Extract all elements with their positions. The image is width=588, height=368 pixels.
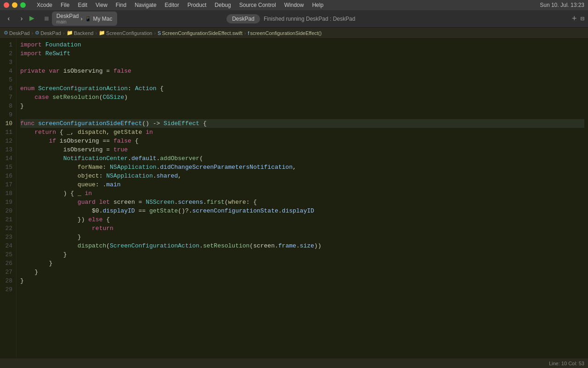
breadcrumb-file[interactable]: ScreenConfigurationSideEffect.swift bbox=[162, 30, 242, 36]
code-line-1: import Foundation bbox=[20, 40, 584, 49]
code-line-10: func screenConfigurationSideEffect() -> … bbox=[20, 119, 584, 128]
breadcrumb: ⚙ DeskPad › ⚙ DeskPad › 📁 Backend › 📁 Sc… bbox=[0, 28, 588, 39]
stop-button[interactable]: ■ bbox=[44, 14, 49, 23]
ln-27: 27 bbox=[2, 268, 12, 276]
ln-16: 16 bbox=[2, 172, 12, 180]
ln-9: 9 bbox=[2, 110, 12, 119]
menu-source-control[interactable]: Source Control bbox=[236, 2, 280, 8]
code-line-8: } bbox=[20, 102, 584, 110]
code-line-7: case setResolution(CGSize) bbox=[20, 93, 584, 102]
toolbar-center: DeskPad Finished running DeskPad : DeskP… bbox=[226, 14, 355, 23]
tab-pill[interactable]: DeskPad bbox=[226, 14, 260, 23]
menu-view[interactable]: View bbox=[92, 2, 111, 8]
breadcrumb-icon-0: ⚙ bbox=[4, 30, 8, 36]
traffic-lights bbox=[4, 2, 26, 8]
ln-5: 5 bbox=[2, 75, 12, 84]
ln-3: 3 bbox=[2, 58, 12, 67]
status-bar: Line: 10 Col: 53 bbox=[0, 358, 588, 368]
code-line-28: } bbox=[20, 276, 584, 285]
toolbar: ‹ › ▶ ■ DeskPad main › 📱 My Mac DeskPad … bbox=[0, 10, 588, 28]
target-name: 📱 bbox=[85, 16, 91, 22]
ln-4: 4 bbox=[2, 67, 12, 75]
code-area[interactable]: import Foundation import ReSwift private… bbox=[17, 39, 588, 358]
ln-25: 25 bbox=[2, 250, 12, 259]
forward-button[interactable]: › bbox=[17, 14, 27, 24]
ln-23: 23 bbox=[2, 233, 12, 242]
code-line-21: }) else { bbox=[20, 215, 584, 224]
ln-13: 13 bbox=[2, 145, 12, 154]
close-button[interactable] bbox=[4, 2, 9, 8]
ln-24: 24 bbox=[2, 242, 12, 250]
code-line-17: queue: .main bbox=[20, 180, 584, 189]
ln-8: 8 bbox=[2, 102, 12, 110]
title-bar: Xcode File Edit View Find Navigate Edito… bbox=[0, 0, 588, 10]
breadcrumb-icon-5: f bbox=[248, 30, 249, 36]
menu-window[interactable]: Window bbox=[281, 2, 308, 8]
editor: 1 2 3 4 5 6 7 8 9 10 11 12 13 14 15 16 1… bbox=[0, 39, 588, 358]
cursor-position: Line: 10 Col: 53 bbox=[549, 361, 584, 366]
breadcrumb-icon-3: 📁 bbox=[99, 30, 105, 36]
menu-bar: Xcode File Edit View Find Navigate Edito… bbox=[33, 2, 327, 8]
ln-1: 1 bbox=[2, 40, 12, 49]
ln-22: 22 bbox=[2, 224, 12, 233]
split-editor-icon[interactable]: ⊟ bbox=[581, 15, 584, 23]
ln-15: 15 bbox=[2, 163, 12, 172]
ln-11: 11 bbox=[2, 128, 12, 137]
breadcrumb-icon-1: ⚙ bbox=[35, 30, 40, 36]
ln-17: 17 bbox=[2, 180, 12, 189]
breadcrumb-backend[interactable]: Backend bbox=[74, 30, 94, 36]
minimize-button[interactable] bbox=[12, 2, 17, 8]
code-line-15: forName: NSApplication.didChangeScreenPa… bbox=[20, 163, 584, 172]
menu-debug[interactable]: Debug bbox=[211, 2, 234, 8]
title-bar-right: Sun 10. Jul. 13:23 bbox=[540, 2, 584, 8]
code-line-2: import ReSwift bbox=[20, 49, 584, 58]
menu-help[interactable]: Help bbox=[308, 2, 327, 8]
code-line-6: enum ScreenConfigurationAction: Action { bbox=[20, 84, 584, 93]
maximize-button[interactable] bbox=[20, 2, 26, 8]
menu-edit[interactable]: Edit bbox=[74, 2, 91, 8]
ln-21: 21 bbox=[2, 215, 12, 224]
breadcrumb-deskpad1[interactable]: DeskPad bbox=[9, 30, 30, 36]
breadcrumb-icon-2: 📁 bbox=[67, 30, 73, 36]
ln-19: 19 bbox=[2, 198, 12, 207]
menu-editor[interactable]: Editor bbox=[161, 2, 183, 8]
add-icon[interactable]: + bbox=[572, 14, 577, 23]
breadcrumb-icon-4: S bbox=[158, 30, 161, 36]
back-button[interactable]: ‹ bbox=[4, 14, 14, 24]
breadcrumb-deskpad2[interactable]: DeskPad bbox=[40, 30, 61, 36]
code-line-26: } bbox=[20, 259, 584, 268]
code-line-22: return bbox=[20, 224, 584, 233]
ln-10: 10 bbox=[2, 119, 12, 128]
code-line-16: object: NSApplication.shared, bbox=[20, 172, 584, 180]
code-line-23: } bbox=[20, 233, 584, 242]
menu-navigate[interactable]: Navigate bbox=[131, 2, 160, 8]
menu-file[interactable]: File bbox=[57, 2, 73, 8]
target-label: My Mac bbox=[93, 16, 113, 22]
code-line-11: return { _, dispatch, getState in bbox=[20, 128, 584, 137]
menu-xcode[interactable]: Xcode bbox=[33, 2, 56, 8]
system-time: Sun 10. Jul. 13:23 bbox=[540, 2, 584, 8]
ln-14: 14 bbox=[2, 154, 12, 163]
breadcrumb-func[interactable]: screenConfigurationSideEffect() bbox=[250, 30, 322, 36]
ln-7: 7 bbox=[2, 93, 12, 102]
code-line-18: ) { _ in bbox=[20, 189, 584, 198]
code-line-29 bbox=[20, 285, 584, 294]
code-line-27: } bbox=[20, 268, 584, 276]
code-line-9 bbox=[20, 110, 584, 119]
ln-29: 29 bbox=[2, 285, 12, 294]
code-line-4: private var isObserving = false bbox=[20, 67, 584, 75]
code-line-20: $0.displayID == getState()?.screenConfig… bbox=[20, 207, 584, 215]
code-line-13: isObserving = true bbox=[20, 145, 584, 154]
menu-product[interactable]: Product bbox=[184, 2, 210, 8]
scheme-selector[interactable]: DeskPad main › 📱 My Mac bbox=[52, 12, 117, 26]
toolbar-right-icons: + ⊟ bbox=[572, 14, 584, 23]
menu-find[interactable]: Find bbox=[112, 2, 130, 8]
line-numbers: 1 2 3 4 5 6 7 8 9 10 11 12 13 14 15 16 1… bbox=[0, 39, 17, 358]
code-line-5 bbox=[20, 75, 584, 84]
scheme-name: DeskPad bbox=[57, 13, 79, 19]
ln-28: 28 bbox=[2, 276, 12, 285]
scheme-sub: main bbox=[57, 19, 79, 24]
run-button[interactable]: ▶ bbox=[29, 13, 41, 25]
breadcrumb-screenconfiguration[interactable]: ScreenConfiguration bbox=[106, 30, 152, 36]
ln-2: 2 bbox=[2, 49, 12, 58]
